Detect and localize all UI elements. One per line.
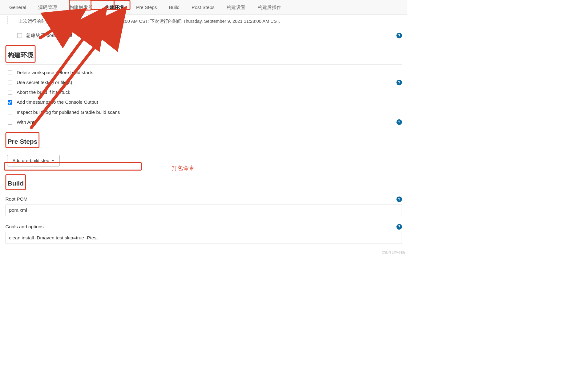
highlight-box: 构建环境	[6, 45, 36, 63]
help-icon[interactable]: ?	[396, 224, 402, 230]
delete-ws-checkbox[interactable]	[8, 70, 12, 75]
section-pre-steps-title: Pre Steps	[8, 138, 38, 145]
tab-triggers[interactable]: 构建触发器	[63, 0, 99, 14]
tab-post-steps[interactable]: Post Steps	[186, 1, 221, 14]
timestamps-row: Add timestamps to the Console Output	[6, 97, 402, 107]
config-tabs: General 源码管理 构建触发器 构建环境 Pre Steps Build …	[0, 0, 407, 15]
add-pre-build-step-button[interactable]: Add pre-build step	[7, 155, 60, 166]
section-divider	[6, 64, 402, 65]
tab-post-build-actions[interactable]: 构建后操作	[252, 0, 287, 14]
goals-row: Goals and options ?	[6, 224, 402, 230]
config-body: 上次运行的时间 Thursday, September 9, 2021 11:1…	[0, 15, 407, 256]
tab-build-env[interactable]: 构建环境	[99, 0, 130, 14]
secret-row: Use secret text(s) or file(s) ?	[6, 78, 402, 87]
help-icon[interactable]: ?	[396, 196, 402, 202]
secret-label: Use secret text(s) or file(s)	[17, 80, 72, 85]
goals-input[interactable]	[6, 232, 402, 244]
goals-label: Goals and options	[6, 224, 44, 230]
with-ant-checkbox[interactable]	[8, 120, 12, 124]
highlight-box: Build	[6, 174, 26, 190]
help-icon[interactable]: ?	[396, 80, 402, 85]
secret-checkbox[interactable]	[8, 80, 12, 85]
highlight-box: Pre Steps	[6, 132, 40, 148]
build-env-options: Delete workspace before build starts Use…	[6, 68, 402, 127]
gradle-checkbox[interactable]	[8, 110, 12, 114]
root-pom-row: Root POM ?	[6, 196, 402, 202]
section-divider	[6, 192, 402, 192]
poll-indent-line	[8, 16, 8, 24]
help-icon[interactable]: ?	[396, 33, 402, 38]
tab-scm[interactable]: 源码管理	[32, 0, 63, 14]
section-divider	[6, 150, 402, 150]
gradle-row: Inspect build log for published Gradle b…	[6, 107, 402, 117]
with-ant-row: With Ant ?	[6, 117, 402, 127]
timestamps-label: Add timestamps to the Console Output	[17, 99, 98, 105]
tab-pre-steps[interactable]: Pre Steps	[130, 1, 163, 14]
watermark: CSDN @钢钢嗨	[382, 250, 405, 254]
ignore-post-commit-checkbox[interactable]	[17, 33, 22, 38]
tab-build[interactable]: Build	[163, 1, 185, 14]
timestamps-checkbox[interactable]	[8, 100, 12, 105]
with-ant-label: With Ant	[17, 119, 34, 125]
abort-row: Abort the build if it's stuck	[6, 87, 402, 97]
tab-general[interactable]: General	[3, 1, 32, 14]
abort-checkbox[interactable]	[8, 90, 12, 95]
tab-build-settings[interactable]: 构建设置	[220, 0, 252, 14]
add-pre-build-step-label: Add pre-build step	[13, 158, 49, 163]
chevron-down-icon	[51, 160, 55, 162]
help-icon[interactable]: ?	[396, 119, 402, 125]
root-pom-label: Root POM	[6, 196, 28, 202]
root-pom-input[interactable]	[6, 204, 402, 216]
abort-label: Abort the build if it's stuck	[17, 90, 70, 95]
delete-ws-row: Delete workspace before build starts	[6, 68, 402, 78]
ignore-post-commit-label: 忽略钩子 post-commit	[26, 32, 72, 39]
delete-ws-label: Delete workspace before build starts	[17, 70, 93, 75]
section-build-env-title: 构建环境	[8, 51, 34, 60]
ignore-post-commit-row: 忽略钩子 post-commit ?	[6, 30, 402, 45]
section-build-title: Build	[8, 180, 24, 187]
gradle-label: Inspect build log for published Gradle b…	[17, 110, 120, 115]
poll-schedule-area: 上次运行的时间 Thursday, September 9, 2021 11:1…	[6, 17, 402, 31]
poll-schedule-text: 上次运行的时间 Thursday, September 9, 2021 11:1…	[13, 18, 280, 24]
